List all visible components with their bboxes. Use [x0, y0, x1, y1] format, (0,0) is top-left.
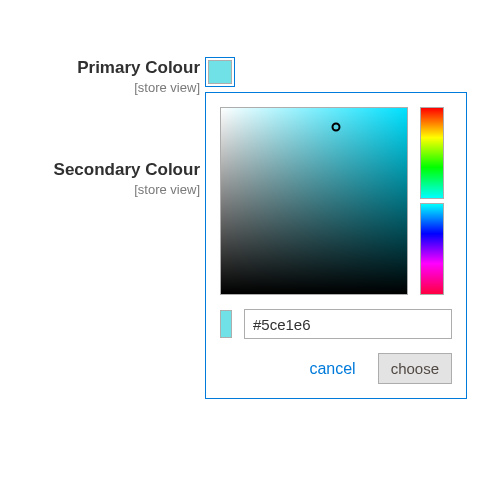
sv-black-gradient: [221, 108, 407, 294]
secondary-colour-label: Secondary Colour: [54, 160, 200, 180]
primary-colour-scope: [store view]: [77, 80, 200, 95]
colour-picker-panel: cancel choose: [205, 92, 467, 399]
primary-colour-label: Primary Colour: [77, 58, 200, 78]
hue-slider-bottom[interactable]: [420, 203, 444, 295]
hue-slider[interactable]: [420, 107, 444, 295]
field-primary-colour: Primary Colour [store view]: [77, 58, 200, 95]
hex-input[interactable]: [244, 309, 452, 339]
choose-button[interactable]: choose: [378, 353, 452, 384]
sv-cursor[interactable]: [332, 122, 341, 131]
colour-preview-swatch: [220, 310, 232, 338]
hue-slider-top[interactable]: [420, 107, 444, 199]
primary-colour-swatch: [208, 60, 232, 84]
secondary-colour-scope: [store view]: [54, 182, 200, 197]
primary-colour-swatch-trigger[interactable]: [205, 57, 235, 87]
saturation-value-field[interactable]: [220, 107, 408, 295]
cancel-button[interactable]: cancel: [303, 359, 361, 379]
field-secondary-colour: Secondary Colour [store view]: [54, 160, 200, 197]
